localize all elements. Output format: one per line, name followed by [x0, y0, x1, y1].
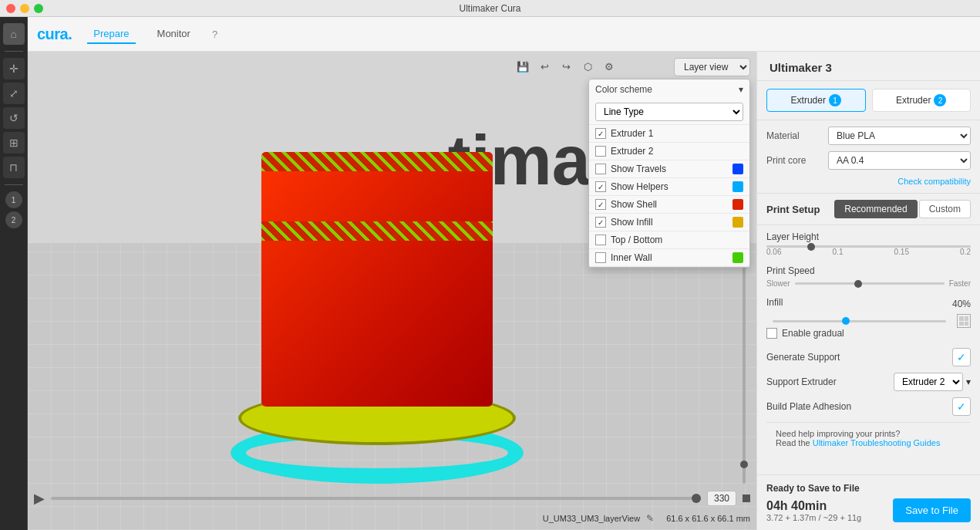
tick-006: 0.06: [766, 248, 781, 256]
compat-link[interactable]: Check compatibility: [897, 177, 971, 186]
help-section: Need help improving your prints? Read th…: [766, 422, 971, 454]
print-core-label: Print core: [766, 155, 828, 166]
help-text: Need help improving your prints?: [776, 429, 900, 438]
cylinder-stripe-top: [261, 152, 493, 171]
extruder2-checkbox[interactable]: [595, 146, 606, 157]
show-helpers-option[interactable]: ✓ Show Helpers: [589, 178, 749, 196]
build-plate-row: Build Plate Adhesion ✓: [766, 397, 971, 416]
slider-end-dot[interactable]: [743, 495, 750, 502]
help-link[interactable]: Ultimaker Troubleshooting Guides: [813, 438, 941, 447]
infill-percent: 40%: [952, 299, 971, 309]
build-plate-checkmark: ✓: [957, 400, 966, 413]
show-shell-checkbox[interactable]: ✓: [595, 199, 606, 210]
color-scheme-label: Color scheme: [595, 84, 652, 95]
top-bottom-option[interactable]: Top / Bottom: [589, 231, 749, 249]
separator2: [5, 184, 23, 185]
filename-text: U_UM33_UM3_layerView: [543, 514, 640, 523]
show-helpers-checkbox[interactable]: ✓: [595, 181, 606, 192]
layer-height-setting: Layer Height 0.06 0.1 0.15 0.2: [766, 231, 971, 256]
home-icon[interactable]: ⌂: [3, 23, 25, 45]
settings-icon[interactable]: ⚙: [601, 58, 618, 75]
vert-slider-thumb-bottom[interactable]: [740, 461, 748, 468]
tick-02: 0.2: [960, 248, 971, 256]
print-setup-label: Print Setup: [766, 204, 820, 215]
status-label: Ready to Save to File: [766, 483, 971, 494]
maximize-button[interactable]: [34, 4, 43, 13]
viewport: timaker 💾 ↩ ↪ ⬡ ⚙: [28, 52, 756, 530]
play-button[interactable]: ▶: [34, 490, 45, 507]
build-plate-toggle[interactable]: ✓: [952, 397, 971, 416]
tab-custom[interactable]: Custom: [919, 200, 971, 218]
print-core-select[interactable]: AA 0.4: [828, 151, 971, 170]
undo-icon[interactable]: ↩: [536, 58, 553, 75]
support-checkmark: ✓: [957, 351, 966, 363]
camera-icon[interactable]: ⬡: [579, 58, 596, 75]
show-travels-option[interactable]: Show Travels: [589, 160, 749, 178]
print-speed-label: Print Speed: [766, 265, 971, 276]
layer-height-slider-row: [766, 245, 971, 248]
color-scheme-header[interactable]: Color scheme ▾: [589, 79, 749, 100]
save-viewport-icon[interactable]: 💾: [514, 58, 531, 75]
edit-icon[interactable]: ✎: [646, 513, 654, 524]
show-helpers-label: Show Helpers: [611, 181, 728, 192]
rotate-icon[interactable]: ↺: [3, 107, 25, 129]
show-infill-option[interactable]: ✓ Show Infill: [589, 214, 749, 231]
show-travels-checkbox[interactable]: [595, 164, 606, 174]
extruder2-number: 2: [934, 94, 946, 106]
generate-support-toggle[interactable]: ✓: [952, 348, 971, 366]
infill-row: Infill 40%: [766, 297, 971, 311]
stage-2-icon[interactable]: 2: [5, 211, 22, 228]
view-selector[interactable]: Layer view Solid view X-Ray view: [674, 58, 750, 76]
help-icon[interactable]: ?: [212, 29, 217, 40]
redo-icon[interactable]: ↪: [557, 58, 574, 75]
print-speed-track[interactable]: [795, 282, 945, 285]
extruder1-option[interactable]: ✓ Extruder 1: [589, 125, 749, 143]
material-select[interactable]: Blue PLA: [828, 127, 971, 145]
bottom-bar: Ready to Save to File 04h 40min 3.72 + 1…: [757, 474, 980, 530]
show-shell-label: Show Shell: [611, 199, 728, 210]
scale-icon[interactable]: ⤢: [3, 83, 25, 104]
view-dropdown[interactable]: Layer view Solid view X-Ray view: [674, 58, 750, 76]
extruder1-checkbox[interactable]: ✓: [595, 128, 606, 139]
build-plate-label: Build Plate Adhesion: [766, 401, 851, 412]
layer-height-thumb[interactable]: [807, 243, 815, 251]
show-shell-option[interactable]: ✓ Show Shell: [589, 196, 749, 214]
left-toolbar: ⌂ ✛ ⤢ ↺ ⊞ ⊓ 1 2: [0, 17, 28, 530]
horizontal-layer-slider: ▶ 330: [28, 490, 756, 507]
show-infill-checkbox[interactable]: ✓: [595, 217, 606, 228]
gradual-checkbox[interactable]: [766, 328, 777, 339]
inner-wall-option[interactable]: Inner Wall: [589, 249, 749, 267]
infill-label: Infill: [766, 297, 783, 308]
minimize-button[interactable]: [20, 4, 29, 13]
infill-thumb[interactable]: [842, 317, 850, 325]
save-to-file-button[interactable]: Save to File: [893, 498, 971, 522]
color-scheme-dropdown[interactable]: Line Type: [595, 103, 743, 121]
mirror-icon[interactable]: ⊞: [3, 132, 25, 154]
print-speed-thumb[interactable]: [854, 280, 862, 288]
tab-recommended[interactable]: Recommended: [834, 200, 917, 218]
inner-wall-checkbox[interactable]: [595, 252, 606, 263]
extruder2-button[interactable]: Extruder 2: [872, 89, 972, 112]
support-icon[interactable]: ⊓: [3, 157, 25, 178]
infill-cell-4: [965, 322, 969, 326]
slider-thumb[interactable]: [692, 494, 701, 503]
extruder2-option[interactable]: Extruder 2: [589, 143, 749, 160]
slider-track[interactable]: [51, 497, 701, 500]
move-icon[interactable]: ✛: [3, 58, 25, 79]
tick-01: 0.1: [833, 248, 844, 256]
infill-track[interactable]: [773, 320, 946, 322]
top-bottom-checkbox[interactable]: [595, 235, 606, 245]
close-button[interactable]: [6, 4, 15, 13]
infill-pattern-icon[interactable]: [957, 314, 971, 328]
layer-height-track[interactable]: [766, 245, 971, 248]
print-setup-header: Print Setup Recommended Custom: [757, 194, 980, 225]
chevron-down-icon: ▾: [739, 84, 743, 95]
extruder1-button[interactable]: Extruder 1: [766, 89, 866, 112]
print-speed-setting: Print Speed Slower Faster: [766, 265, 971, 288]
color-scheme-select-row[interactable]: Line Type: [589, 100, 749, 125]
tab-prepare[interactable]: Prepare: [87, 25, 135, 44]
stage-1-icon[interactable]: 1: [5, 191, 22, 208]
tab-monitor[interactable]: Monitor: [151, 25, 197, 44]
support-extruder-select[interactable]: Extruder 2: [894, 373, 963, 391]
window-controls[interactable]: [6, 4, 43, 13]
